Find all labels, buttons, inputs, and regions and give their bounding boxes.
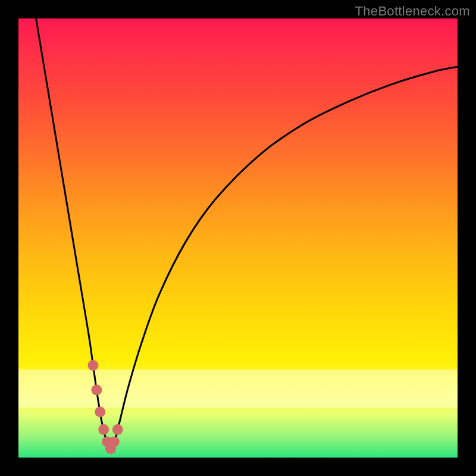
min-marker bbox=[112, 424, 123, 435]
min-marker bbox=[91, 384, 102, 395]
min-marker bbox=[87, 360, 98, 371]
min-marker bbox=[109, 436, 120, 447]
bottleneck-curve bbox=[18, 18, 458, 458]
chart-frame: TheBottleneck.com bbox=[0, 0, 476, 476]
min-marker bbox=[95, 406, 105, 417]
plot-area bbox=[18, 18, 458, 458]
watermark-text: TheBottleneck.com bbox=[355, 4, 470, 19]
min-marker bbox=[98, 424, 109, 435]
